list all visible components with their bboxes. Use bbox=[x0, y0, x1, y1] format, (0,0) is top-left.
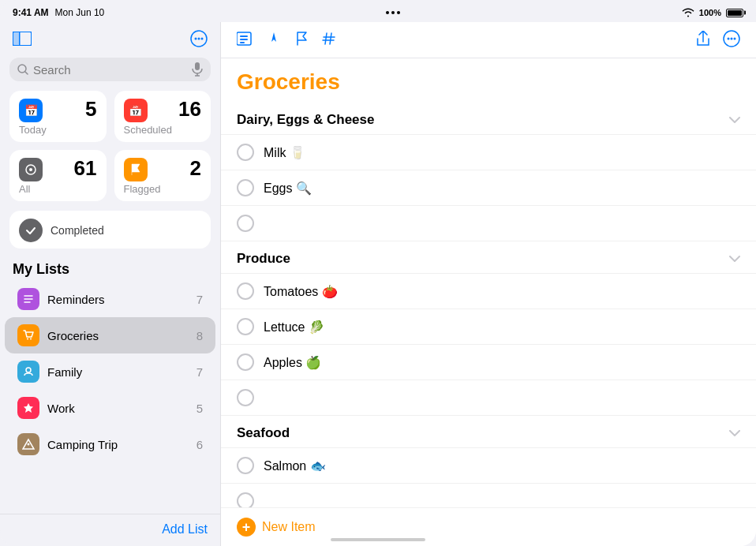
status-time: 9:41 AM bbox=[13, 7, 49, 18]
battery-pct: 100% bbox=[699, 8, 721, 17]
search-bar[interactable] bbox=[9, 58, 211, 81]
reminder-circle-produce-empty[interactable] bbox=[237, 389, 254, 406]
reminder-item-tomatoes[interactable]: Tomatoes 🍅 bbox=[221, 274, 756, 309]
section-header-dairy[interactable]: Dairy, Eggs & Cheese bbox=[221, 103, 756, 135]
add-item-bar[interactable]: + New Item bbox=[221, 507, 756, 546]
today-icon: 📅 bbox=[19, 99, 43, 122]
svg-line-8 bbox=[25, 72, 28, 74]
list-item-work[interactable]: Work 5 bbox=[5, 390, 215, 426]
svg-rect-26 bbox=[240, 42, 245, 43]
svg-point-33 bbox=[731, 38, 733, 40]
home-indicator bbox=[331, 538, 425, 541]
flagged-label: Flagged bbox=[124, 183, 202, 195]
sidebar-top-bar bbox=[0, 22, 220, 58]
svg-point-34 bbox=[734, 38, 736, 40]
sidebar-toggle-icon[interactable] bbox=[13, 32, 32, 50]
svg-rect-24 bbox=[240, 36, 248, 37]
chevron-icon-produce bbox=[729, 256, 740, 262]
more-icon[interactable] bbox=[723, 30, 740, 51]
status-right: 100% bbox=[682, 8, 743, 17]
main-content: Groceries Dairy, Eggs & Cheese Milk 🥛 Eg… bbox=[221, 22, 756, 546]
svg-point-4 bbox=[195, 38, 197, 40]
reminder-circle-eggs[interactable] bbox=[237, 179, 254, 196]
section-header-produce[interactable]: Produce bbox=[221, 241, 756, 274]
reminder-item-milk[interactable]: Milk 🥛 bbox=[221, 135, 756, 170]
smart-card-flagged[interactable]: 2 Flagged bbox=[114, 150, 211, 201]
camping-count: 6 bbox=[196, 438, 203, 451]
sidebar: 📅 5 Today 📅 16 Scheduled 61 bbox=[0, 22, 221, 546]
add-item-plus-button[interactable]: + bbox=[237, 518, 256, 537]
wifi-icon bbox=[682, 8, 694, 17]
mic-icon[interactable] bbox=[192, 62, 203, 77]
reminders-name: Reminders bbox=[47, 293, 189, 306]
reminder-circle-salmon[interactable] bbox=[237, 457, 254, 474]
list-item-reminders[interactable]: Reminders 7 bbox=[5, 281, 215, 317]
toolbar-right-icons bbox=[696, 30, 740, 51]
reminder-circle-milk[interactable] bbox=[237, 144, 254, 161]
reminder-item-eggs[interactable]: Eggs 🔍 bbox=[221, 170, 756, 206]
work-name: Work bbox=[47, 402, 189, 415]
reminders-count: 7 bbox=[196, 293, 203, 306]
svg-point-22 bbox=[28, 443, 30, 446]
svg-rect-0 bbox=[13, 32, 19, 46]
scheduled-icon: 📅 bbox=[124, 99, 148, 122]
reminder-circle-dairy-empty[interactable] bbox=[237, 215, 254, 232]
section-title-dairy: Dairy, Eggs & Cheese bbox=[237, 112, 374, 128]
section-title-produce: Produce bbox=[237, 251, 290, 267]
more-options-icon[interactable] bbox=[190, 30, 208, 51]
smart-card-scheduled[interactable]: 📅 16 Scheduled bbox=[114, 91, 211, 142]
list-item-family[interactable]: Family 7 bbox=[5, 353, 215, 390]
groceries-name: Groceries bbox=[47, 329, 189, 342]
reminder-item-salmon[interactable]: Salmon 🐟 bbox=[221, 448, 756, 484]
search-icon bbox=[17, 64, 28, 75]
reminder-item-dairy-empty[interactable] bbox=[221, 206, 756, 241]
search-input[interactable] bbox=[33, 63, 187, 77]
reminder-circle-tomatoes[interactable] bbox=[237, 282, 254, 300]
scheduled-label: Scheduled bbox=[124, 124, 202, 136]
flagged-count: 2 bbox=[190, 158, 201, 178]
svg-point-17 bbox=[27, 338, 28, 340]
completed-label: Completed bbox=[51, 224, 104, 237]
reminder-circle-apples[interactable] bbox=[237, 353, 254, 371]
svg-rect-9 bbox=[195, 62, 200, 70]
list-items: Reminders 7 Groceries 8 Family 7 bbox=[0, 281, 220, 462]
smart-card-all[interactable]: 61 All bbox=[9, 150, 107, 201]
chevron-icon-seafood bbox=[729, 430, 740, 436]
list-item-camping[interactable]: Camping Trip 6 bbox=[5, 426, 215, 462]
items-scroll[interactable]: Dairy, Eggs & Cheese Milk 🥛 Eggs 🔍 Produ… bbox=[221, 103, 756, 546]
all-label: All bbox=[19, 183, 97, 195]
today-label: Today bbox=[19, 124, 97, 136]
toolbar bbox=[221, 22, 756, 58]
reminder-item-apples[interactable]: Apples 🍏 bbox=[221, 345, 756, 380]
svg-marker-20 bbox=[24, 403, 33, 413]
svg-rect-25 bbox=[240, 39, 248, 40]
flagged-icon bbox=[124, 158, 148, 181]
smart-card-today[interactable]: 📅 5 Today bbox=[9, 91, 107, 142]
section-header-seafood[interactable]: Seafood bbox=[221, 416, 756, 448]
my-lists-header: My Lists bbox=[0, 252, 220, 281]
list-title-section: Groceries bbox=[221, 58, 756, 103]
checklist-icon[interactable] bbox=[237, 32, 253, 50]
completed-card[interactable]: Completed bbox=[9, 211, 211, 249]
groceries-icon bbox=[17, 324, 39, 346]
add-list-button[interactable]: Add List bbox=[162, 522, 208, 537]
flag-icon[interactable] bbox=[295, 32, 308, 50]
share-icon[interactable] bbox=[696, 31, 710, 50]
svg-rect-2 bbox=[19, 32, 21, 45]
reminder-circle-lettuce[interactable] bbox=[237, 318, 254, 335]
list-item-groceries[interactable]: Groceries 8 bbox=[5, 317, 215, 353]
toolbar-left-icons bbox=[237, 32, 336, 50]
hashtag-icon[interactable] bbox=[322, 32, 336, 50]
svg-line-28 bbox=[330, 33, 331, 44]
reminder-text-tomatoes: Tomatoes 🍅 bbox=[264, 284, 338, 299]
reminders-icon bbox=[17, 288, 39, 310]
svg-line-27 bbox=[325, 33, 327, 44]
battery-icon bbox=[726, 9, 743, 17]
svg-point-32 bbox=[728, 38, 730, 40]
reminder-item-lettuce[interactable]: Lettuce 🥬 bbox=[221, 309, 756, 345]
add-item-label[interactable]: New Item bbox=[262, 520, 316, 534]
add-list-bar: Add List bbox=[0, 514, 220, 546]
reminder-item-produce-empty[interactable] bbox=[221, 380, 756, 416]
svg-point-19 bbox=[26, 368, 31, 372]
location-icon[interactable] bbox=[267, 32, 281, 50]
